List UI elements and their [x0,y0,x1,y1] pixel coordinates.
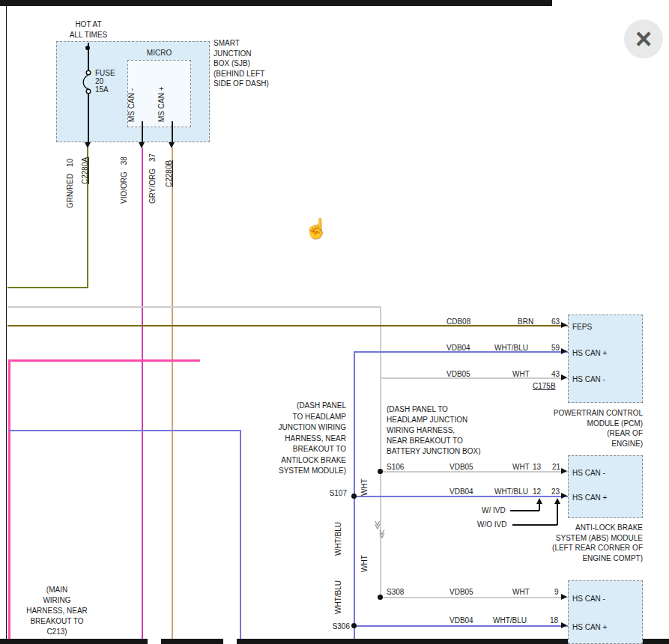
note-dash-to-headlamp-bjb: (DASH PANEL TO HEADLAMP JUNCTION WIRING … [387,404,514,457]
pin-number: 18 [550,616,558,626]
pcm-title: POWERTRAIN CONTROL MODULE (PCM) (REAR OF… [523,408,643,449]
splice-label-s107: S107 [320,488,347,499]
wiring-diagram-viewer: HOT AT ALL TIMES MICRO FUSE 20 15A MS CA… [0,0,669,644]
hot-at-all-times-label: HOT AT ALL TIMES [52,19,124,40]
wire-brn-feps-horizontal [7,325,568,326]
fuse-out-wire [88,91,89,142]
wire-label-grn-red: GRN/RED10 [65,159,76,208]
splice-dot-s308 [378,595,383,600]
right-arrow-icon [561,322,567,328]
wire-wht-s308-horizontal [380,597,568,598]
wire-label-gry-org: GRY/ORG37 [148,154,158,204]
callout-line [510,510,539,511]
wire-color-label: WHT/BLU [493,616,527,626]
pin-number: 13 [533,462,541,473]
wire-color-label: GRY/ORG [148,168,157,204]
wire-highlight-horizontal [8,359,200,362]
splice-dot-s306 [351,623,357,628]
module-pin-label: HS CAN - [572,594,605,604]
module-pin-label: HS CAN - [572,374,605,385]
abs-title: ANTI-LOCK BRAKE SYSTEM (ABS) MODULE (LEF… [508,523,643,563]
micro-label: MICRO [127,48,191,58]
wire-color-label: WHT [512,462,530,473]
wire-pin-label: 10 [66,159,74,167]
pin-number: 63 [551,317,560,327]
close-icon: × [635,25,652,53]
abs-box [568,455,643,518]
right-arrow-icon [561,348,567,354]
wire-color-label: BRN [518,317,533,327]
top-page-edge [0,0,552,6]
up-arrow-icon [554,498,560,504]
wire-label-vio-org: VIO/ORG38 [119,157,130,204]
callout-line [539,503,540,511]
wire-grn-red-horizontal [7,287,88,288]
note-dash-to-headlamp-abs: (DASH PANEL TO HEADLAMP JUNCTION WIRING … [264,401,346,477]
right-arrow-icon [561,468,567,474]
wire-gry-org-vertical [172,148,173,639]
right-arrow-icon [561,493,567,499]
bottom-page-edge [161,639,223,644]
circuit-label: VDB04 [449,487,473,497]
circuit-label: VDB04 [446,343,470,353]
wire-color-label: VIO/ORG [120,171,128,204]
connector-link-c2280b[interactable]: C2280B [164,160,175,187]
wire-color-label: WHT/BLU [494,343,528,353]
connector-link-c175b[interactable]: C175B [533,381,556,392]
inline-wht-blu-label: WHT/BLU [333,522,344,556]
connector-link-c2280a[interactable]: C2280A [80,157,91,184]
circuit-label: CDB08 [446,317,470,327]
right-arrow-icon [561,374,567,380]
ms-can-minus-label: MS CAN - [127,88,137,122]
lower-module-box [568,580,643,644]
circuit-label: VDB05 [446,369,470,380]
module-pin-label: HS CAN - [572,468,605,479]
inline-wht-blu-label: WHT/BLU [333,580,344,614]
splice-dot-s106 [378,469,383,474]
inline-wht-label: WHT [360,479,370,496]
close-button[interactable]: × [624,19,663,58]
wire-color-label: GRN/RED [66,174,74,208]
wire-vio-org-vertical [142,148,143,639]
right-arrow-icon [561,622,567,628]
note-main-harness: (MAIN WIRING HARNESS, NEAR BREAKOUT TO C… [22,585,91,637]
wire-wht-blu-left-vertical [240,430,241,639]
wire-color-label: WHT [512,369,530,380]
left-page-border [6,6,7,639]
bottom-page-edge [0,639,148,644]
ms-can-plus-label: MS CAN + [157,86,167,122]
wire-pin-label: 38 [120,157,128,165]
ms-can-plus-stub [172,121,173,142]
circuit-label: VDB05 [449,462,473,473]
pin-number: 21 [552,462,560,473]
pin-number: 12 [533,487,541,497]
pin-number: 23 [551,487,560,497]
wire-color-label: WHT [512,587,530,598]
wire-break-icon: ≫ [378,529,387,539]
splice-dot-s107 [351,493,357,499]
pin-number: 9 [554,587,559,598]
circuit-label: VDB04 [449,616,473,626]
module-pin-label: HS CAN + [572,348,607,359]
module-pin-label: HS CAN + [572,493,607,503]
module-pin-label: FEPS [572,322,592,332]
variant-with-ivd-label: W/ IVD [482,505,506,516]
wire-pin-label: 37 [148,154,157,162]
wire-break-icon: ≫ [373,520,382,530]
fuse-label: FUSE 20 15A [95,69,115,94]
right-arrow-icon [561,594,567,600]
wire-wht-upper-horizontal [7,306,381,308]
pin-number: 43 [551,369,560,380]
feed-junction-dot [85,46,90,50]
wire-wht-blu-left-horizontal [8,430,241,431]
hand-cursor-icon: ☝ [304,217,328,240]
wire-highlight-vertical [8,359,10,639]
diagram-canvas[interactable]: HOT AT ALL TIMES MICRO FUSE 20 15A MS CA… [0,0,669,644]
wire-wht-pcm-horizontal [380,377,568,379]
splice-label-s106: S106 [387,462,404,473]
wire-color-label: WHT/BLU [494,487,528,497]
module-pin-label: HS CAN + [572,622,607,633]
sjb-title: SMART JUNCTION BOX (SJB) (BEHIND LEFT SI… [214,38,269,89]
up-arrow-icon [536,498,542,504]
callout-line [557,503,558,525]
